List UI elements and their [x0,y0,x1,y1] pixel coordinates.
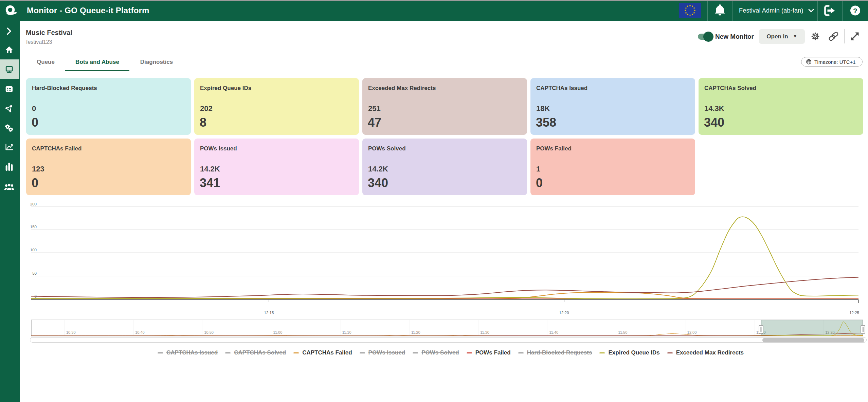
svg-text:?: ? [853,7,857,15]
svg-text:100: 100 [30,248,37,252]
svg-text:11:50: 11:50 [618,330,628,334]
svg-text:10:30: 10:30 [66,330,76,334]
svg-text:11:40: 11:40 [549,330,558,334]
svg-text:11:20: 11:20 [411,330,420,334]
svg-text:12:25: 12:25 [849,311,859,315]
svg-text:11:10: 11:10 [342,330,351,334]
svg-text:11:30: 11:30 [480,330,489,334]
svg-text:10:40: 10:40 [135,330,145,334]
svg-text:12:15: 12:15 [264,311,274,315]
svg-text:50: 50 [32,271,37,275]
svg-text:12:00: 12:00 [687,330,697,334]
svg-text:200: 200 [30,202,37,206]
svg-text:12:20: 12:20 [559,311,569,315]
svg-text:11:00: 11:00 [273,330,283,334]
svg-text:150: 150 [30,225,37,229]
svg-text:10:50: 10:50 [204,330,214,334]
